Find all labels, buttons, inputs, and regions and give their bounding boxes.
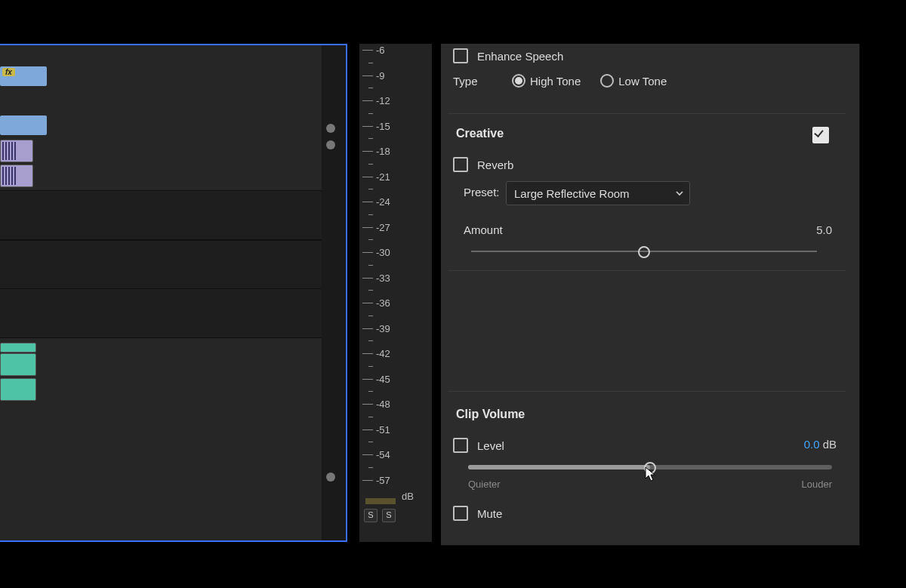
level-checkbox[interactable] [453,438,468,453]
enhance-speech-label: Enhance Speech [477,50,563,63]
track-lane[interactable] [0,190,322,240]
amount-value[interactable]: 5.0 [816,223,832,236]
chevron-down-icon [676,189,683,197]
essential-sound-panel: Enhance Speech Type High Tone Low Tone C… [441,44,860,546]
meter-tick-label: -21 [376,171,390,182]
meter-unit: dB [402,491,414,502]
level-slider[interactable] [468,460,832,474]
amount-slider[interactable] [471,245,817,258]
type-option-high[interactable]: High Tone [530,75,581,88]
meter-tick-label: -30 [376,247,390,258]
type-radio-high[interactable] [512,74,525,88]
clip-volume-title: Clip Volume [456,408,525,421]
meter-tick-label: -51 [376,423,390,435]
solo-button-left[interactable]: S [364,509,378,522]
meter-tick-label: -36 [376,297,390,309]
mute-label: Mute [477,507,502,520]
timeline-panel: fx [0,44,347,542]
meter-tick-label: -12 [376,95,390,106]
clip-audio-wave-2[interactable] [0,165,33,187]
track-lane[interactable] [0,240,322,290]
amount-label: Amount [464,223,503,236]
meter-level-bar [365,498,396,504]
mute-checkbox[interactable] [453,506,468,521]
meter-tick-label: -9 [376,69,385,81]
meter-tick-label: -33 [376,272,390,283]
meter-tick-label: -24 [376,196,390,208]
level-slider-thumb[interactable] [644,462,656,474]
meter-tick-label: -57 [376,474,390,485]
meter-tick-label: -15 [376,120,390,131]
type-option-low[interactable]: Low Tone [618,75,667,88]
preset-value: Large Reflective Room [514,187,630,200]
keyframe-dot[interactable] [326,124,335,133]
track-lane[interactable] [0,288,322,338]
clip-video-fx[interactable]: fx [0,66,47,86]
level-value[interactable]: 0.0dB [804,438,837,451]
clip-audio-green-1[interactable] [0,353,36,376]
meter-tick-label: -48 [376,399,390,410]
audio-meter: -6-9-12-15-18-21-24-27-30-33-36-39-42-45… [359,44,432,542]
timeline-tracks[interactable]: fx [0,45,322,540]
meter-tick-label: -42 [376,348,390,359]
meter-tick-label: -39 [376,322,390,334]
level-hint-quieter: Quieter [468,479,501,490]
fx-badge: fx [2,68,15,76]
meter-tick-label: -54 [376,449,390,460]
clip-audio-green-top[interactable] [0,343,36,352]
preset-label: Preset: [464,186,500,199]
clip-audio-green-2[interactable] [0,378,36,401]
level-label: Level [477,439,504,452]
meter-tick-label: -6 [376,45,385,56]
type-radio-low[interactable] [600,74,614,88]
meter-scale: -6-9-12-15-18-21-24-27-30-33-36-39-42-45… [362,44,405,509]
meter-tick-label: -27 [376,221,390,232]
enhance-speech-checkbox[interactable] [453,48,468,63]
preset-dropdown[interactable]: Large Reflective Room [506,181,690,205]
creative-section-checkbox[interactable] [812,127,829,143]
divider [448,270,846,271]
clip-video[interactable] [0,115,47,135]
timeline-scrollbar[interactable] [322,45,340,540]
clip-audio-wave-1[interactable] [0,140,33,162]
meter-tick-label: -45 [376,373,390,384]
keyframe-dot[interactable] [326,473,335,482]
amount-slider-thumb[interactable] [638,246,650,258]
meter-tick-label: -18 [376,146,390,157]
reverb-label: Reverb [477,159,513,171]
reverb-checkbox[interactable] [453,157,468,172]
solo-button-right[interactable]: S [382,509,396,522]
level-hint-louder: Louder [802,479,832,490]
divider [448,391,846,392]
creative-section-title: Creative [456,127,504,140]
keyframe-dot[interactable] [326,140,335,149]
type-label: Type [453,75,512,88]
divider [448,113,846,114]
